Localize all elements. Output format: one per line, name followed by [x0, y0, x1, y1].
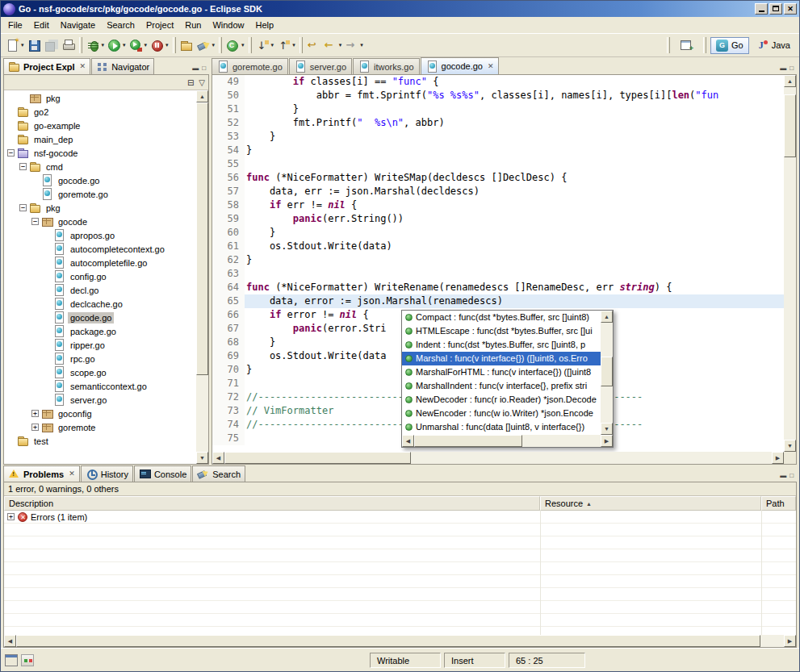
java-perspective-button[interactable]: Java: [751, 37, 796, 54]
editor-hscrollbar[interactable]: ◀ ▶: [212, 452, 796, 464]
expand-icon[interactable]: +: [31, 424, 39, 431]
scrollbar-track[interactable]: [224, 452, 772, 464]
last-edit-location-button[interactable]: [305, 35, 322, 55]
tree-item-gocode.go[interactable]: gocode.go: [4, 173, 196, 187]
scrollbar-track[interactable]: [784, 87, 796, 440]
scroll-left-icon[interactable]: ◀: [4, 635, 16, 647]
code-line-60[interactable]: 60 }: [212, 226, 784, 240]
scroll-right-icon[interactable]: ▶: [601, 435, 613, 447]
minimize-button[interactable]: [755, 3, 768, 15]
scroll-down-icon[interactable]: ▼: [196, 452, 208, 464]
tree-item-gocode[interactable]: −gocode: [4, 215, 196, 228]
tree-item-nsf-gocode[interactable]: −nsf-gocode: [4, 146, 196, 160]
tree-item-pkg[interactable]: −pkg: [4, 201, 196, 215]
tree-item-pkg[interactable]: pkg: [4, 91, 196, 105]
tab-console[interactable]: Console: [134, 465, 191, 482]
code-line-56[interactable]: 56func (*NiceFormatter) WriteSMap(declde…: [212, 171, 784, 185]
dropdown-arrow-icon[interactable]: ▾: [122, 42, 126, 48]
expand-icon[interactable]: +: [7, 513, 15, 520]
tree-item-go-example[interactable]: go-example: [4, 119, 196, 132]
code-line-49[interactable]: 49 if classes[i] == "func" {: [212, 75, 784, 89]
scrollbar-track[interactable]: [196, 102, 208, 452]
scroll-up-icon[interactable]: ▲: [601, 311, 613, 323]
maximize-button[interactable]: [769, 3, 782, 15]
dropdown-arrow-icon[interactable]: ▾: [338, 42, 342, 48]
tree-item-rpc.go[interactable]: rpc.go: [4, 352, 196, 365]
tree-item-main_dep[interactable]: main_dep: [4, 132, 196, 146]
external-tools-button[interactable]: ▾: [128, 35, 149, 55]
dropdown-arrow-icon[interactable]: ▾: [101, 42, 105, 48]
tree-item-gocode.go[interactable]: gocode.go: [4, 311, 196, 324]
menu-project[interactable]: Project: [140, 18, 179, 32]
next-annotation-button[interactable]: ▾: [254, 35, 276, 55]
problems-hscrollbar[interactable]: ◀ ▶: [4, 635, 796, 647]
scrollbar-track[interactable]: [16, 635, 784, 647]
code-line-59[interactable]: 59 panic(err.String()): [212, 212, 784, 226]
dropdown-arrow-icon[interactable]: ▾: [359, 42, 363, 48]
scrollbar-thumb[interactable]: [16, 635, 760, 647]
autocomplete-item[interactable]: Unmarshal : func(data []uint8, v interfa…: [402, 420, 601, 434]
tree-item-goconfig[interactable]: +goconfig: [4, 407, 196, 420]
close-button[interactable]: ✕: [784, 3, 797, 15]
close-icon[interactable]: ✕: [486, 63, 494, 70]
scroll-right-icon[interactable]: ▶: [784, 635, 796, 647]
scroll-up-icon[interactable]: ▲: [196, 90, 208, 102]
scrollbar-thumb[interactable]: [414, 435, 522, 447]
collapse-icon[interactable]: −: [19, 204, 27, 211]
code-line-52[interactable]: 52 fmt.Printf(" %s\n", abbr): [212, 116, 784, 130]
previous-annotation-button[interactable]: ▾: [275, 35, 297, 55]
tree-item-goremote.go[interactable]: goremote.go: [4, 187, 196, 201]
scrollbar-thumb[interactable]: [224, 452, 411, 464]
code-line-55[interactable]: 55: [212, 157, 784, 171]
collapse-icon[interactable]: −: [31, 218, 39, 225]
column-header-resource[interactable]: Resource▲: [540, 496, 761, 511]
dropdown-arrow-icon[interactable]: ▾: [241, 42, 245, 48]
dropdown-arrow-icon[interactable]: ▾: [270, 42, 274, 48]
autocomplete-item[interactable]: NewEncoder : func(w io.Writer) *json.Enc…: [402, 407, 601, 420]
code-line-51[interactable]: 51 }: [212, 102, 784, 116]
autocomplete-scrollbar[interactable]: ▲ ▼: [601, 311, 613, 435]
menu-edit[interactable]: Edit: [28, 18, 55, 32]
save-button[interactable]: [26, 35, 43, 55]
new-button[interactable]: ▾: [4, 35, 26, 55]
scroll-down-icon[interactable]: ▼: [601, 423, 613, 435]
tree-scrollbar[interactable]: ▲ ▼: [196, 90, 208, 464]
minimize-view-icon[interactable]: ▬: [192, 65, 199, 72]
collapse-icon[interactable]: −: [7, 149, 15, 157]
go-perspective-button[interactable]: Go: [710, 37, 749, 54]
scrollbar-thumb[interactable]: [601, 357, 613, 386]
menu-search[interactable]: Search: [101, 18, 140, 32]
dropdown-arrow-icon[interactable]: ▾: [165, 42, 169, 48]
column-header-description[interactable]: Description: [4, 496, 540, 511]
scrollbar-thumb[interactable]: [784, 94, 796, 158]
minimize-view-icon[interactable]: ▬: [780, 472, 786, 479]
tree-item-decl.go[interactable]: decl.go: [4, 283, 196, 297]
close-icon[interactable]: ✕: [78, 63, 86, 70]
tree-item-cmd[interactable]: −cmd: [4, 160, 196, 173]
run-button[interactable]: ▾: [106, 35, 128, 55]
title-bar[interactable]: Go - nsf-gocode/src/pkg/gocode/gocode.go…: [1, 1, 799, 17]
editor-tab-itworks.go[interactable]: itworks.go: [353, 58, 420, 74]
problems-row[interactable]: +Errors (1 item): [4, 511, 796, 524]
autocomplete-item[interactable]: Indent : func(dst *bytes.Buffer, src []u…: [402, 338, 601, 352]
scroll-right-icon[interactable]: ▶: [772, 452, 784, 464]
menu-file[interactable]: File: [2, 18, 28, 32]
dropdown-arrow-icon[interactable]: ▾: [291, 42, 295, 48]
scrollbar-thumb[interactable]: [196, 102, 208, 375]
print-button[interactable]: [60, 35, 77, 55]
minimize-editor-icon[interactable]: ▬: [780, 65, 786, 72]
menu-help[interactable]: Help: [250, 18, 280, 32]
dropdown-arrow-icon[interactable]: ▾: [212, 42, 216, 48]
autocomplete-item[interactable]: Marshal : func(v interface{}) ([]uint8, …: [402, 352, 601, 365]
fast-view-icon[interactable]: [5, 654, 18, 666]
tab-history[interactable]: History: [81, 465, 133, 482]
maximize-view-icon[interactable]: □: [202, 65, 206, 72]
open-type-button[interactable]: [178, 35, 195, 55]
collapse-icon[interactable]: −: [19, 163, 27, 170]
tree-item-package.go[interactable]: package.go: [4, 324, 196, 338]
tree-item-apropos.go[interactable]: apropos.go: [4, 228, 196, 242]
maximize-view-icon[interactable]: □: [790, 472, 794, 479]
tab-problems[interactable]: Problems✕: [3, 465, 80, 482]
debug-button[interactable]: ▾: [85, 35, 107, 55]
menu-navigate[interactable]: Navigate: [55, 18, 101, 32]
